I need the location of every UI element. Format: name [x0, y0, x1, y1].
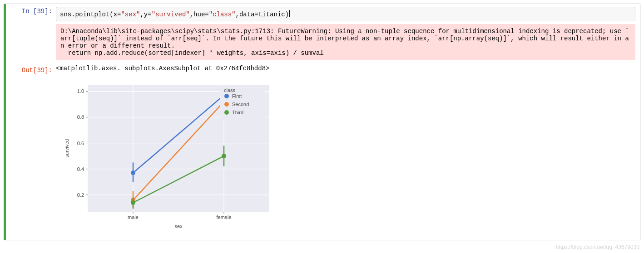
y-tick-label: 0.4: [77, 166, 84, 172]
data-point: [222, 154, 226, 158]
data-point: [131, 200, 135, 205]
code-func: sns.pointplot: [60, 11, 109, 18]
legend-title: class: [224, 88, 236, 93]
y-tick-label: 0.6: [77, 141, 84, 146]
legend-marker: [224, 102, 229, 107]
code-input[interactable]: sns.pointplot(x="sex",y="survived",hue="…: [56, 7, 635, 21]
pointplot-chart: 0.20.40.60.81.0malefemalesexsurvivedclas…: [56, 77, 278, 235]
output-prompt: Out[39]:: [6, 63, 56, 74]
x-tick-label: female: [216, 214, 231, 220]
y-tick-label: 0.8: [77, 114, 84, 120]
y-axis-label: survived: [64, 139, 69, 158]
output-repr: <matplotlib.axes._subplots.AxesSubplot a…: [56, 65, 635, 72]
legend-marker: [224, 110, 229, 115]
arg-hue-val: "class": [209, 11, 236, 18]
y-tick-label: 1.0: [77, 88, 84, 94]
chart-output: 0.20.40.60.81.0malefemalesexsurvivedclas…: [56, 77, 635, 235]
x-axis-label: sex: [174, 224, 183, 229]
arg-hue-key: hue: [193, 11, 205, 18]
arg-x-val: "sex": [121, 11, 140, 18]
stderr-row: D:\Anaconda\lib\site-packages\scipy\stat…: [6, 24, 640, 63]
legend-label: Third: [232, 110, 243, 115]
input-prompt: In [39]:: [6, 4, 56, 15]
legend-label: Second: [232, 102, 249, 107]
legend-label: First: [232, 93, 242, 99]
y-tick-label: 0.2: [77, 192, 84, 198]
input-row: In [39]: sns.pointplot(x="sex",y="surviv…: [6, 4, 640, 24]
legend-marker: [224, 94, 229, 98]
x-tick-label: male: [128, 214, 139, 220]
arg-data-key: data: [239, 11, 255, 18]
arg-y-key: y: [144, 11, 148, 18]
arg-x-key: x: [114, 11, 117, 18]
warning-output: D:\Anaconda\lib\site-packages\scipy\stat…: [56, 24, 635, 60]
data-point: [131, 170, 135, 175]
empty-prompt: [6, 24, 56, 28]
notebook-cell: In [39]: sns.pointplot(x="sex",y="surviv…: [4, 4, 640, 240]
arg-y-val: "survived": [152, 11, 190, 18]
output-row: Out[39]: <matplotlib.axes._subplots.Axes…: [6, 63, 640, 74]
arg-data-val: titanic: [258, 11, 285, 18]
text-cursor: [289, 10, 290, 17]
